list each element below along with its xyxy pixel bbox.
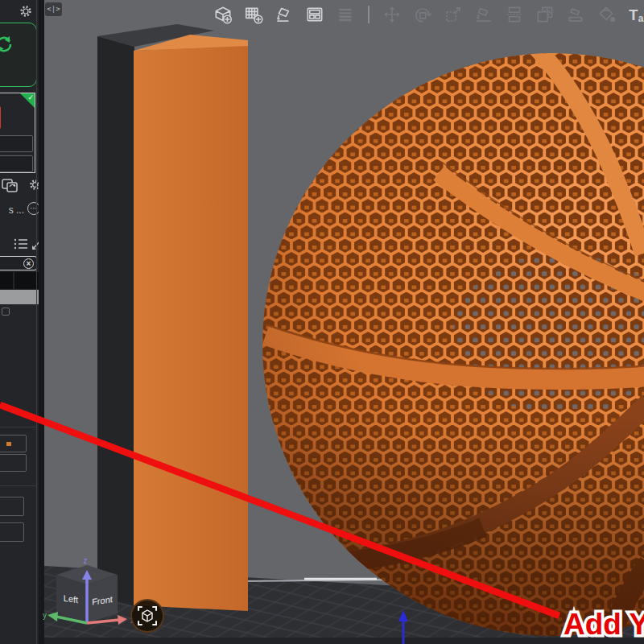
arrange-button[interactable] xyxy=(304,4,325,25)
clone-icon xyxy=(535,4,555,25)
add-object-icon xyxy=(213,4,233,25)
color-paint-button[interactable] xyxy=(596,4,617,25)
cut-icon xyxy=(504,4,525,25)
preset-field-2[interactable]: dard xyxy=(0,155,33,172)
sidebar-border xyxy=(36,0,37,644)
flatten-button[interactable] xyxy=(473,4,494,25)
setting-field[interactable] xyxy=(0,454,27,472)
sync-info-panel[interactable]: nc info xyxy=(0,23,37,87)
list-icon[interactable] xyxy=(14,237,28,250)
support-paint-button[interactable] xyxy=(565,4,586,25)
preset-selected-badge: ✓ xyxy=(20,93,35,108)
support-paint-icon xyxy=(565,4,586,25)
preset-panel[interactable]: ✓ dard xyxy=(0,93,35,173)
viewport-toolbar: T a xyxy=(213,4,644,25)
scale-button[interactable] xyxy=(443,4,464,25)
printer-thumbnail-fragment xyxy=(0,106,1,129)
cut-button[interactable] xyxy=(504,4,525,25)
auto-orient-icon xyxy=(274,4,295,25)
table-header-cell[interactable] xyxy=(0,272,13,289)
app-window: nc info ✓ dard s ... xyxy=(0,0,644,644)
svg-text:T: T xyxy=(629,6,638,23)
preset-field-1[interactable] xyxy=(0,135,33,152)
add-plate-button[interactable] xyxy=(243,4,264,25)
move-icon xyxy=(382,4,402,25)
setting-field[interactable] xyxy=(0,497,24,516)
cube-in-brackets-icon xyxy=(132,601,163,631)
x-axis-arrowhead xyxy=(118,615,127,625)
orange-column[interactable] xyxy=(134,35,248,611)
search-input[interactable]: × xyxy=(0,256,37,270)
divider xyxy=(0,485,37,486)
toolbar-separator xyxy=(368,6,369,23)
add-object-button[interactable] xyxy=(213,4,233,25)
setting-field[interactable] xyxy=(0,435,27,452)
sync-arrows-icon xyxy=(0,31,17,57)
search-clear-icon[interactable]: × xyxy=(23,258,34,269)
sidebar-collapse-button[interactable]: <|> xyxy=(45,2,62,16)
objects-tab-label[interactable]: s ... xyxy=(9,204,24,216)
arrange-icon xyxy=(304,4,325,25)
sidebar-resize-strip[interactable] xyxy=(39,0,44,644)
rotate-icon xyxy=(412,4,433,25)
setting-field[interactable] xyxy=(0,522,24,542)
y-axis-label: y xyxy=(43,611,47,620)
text-tool-icon: T a xyxy=(626,4,644,25)
move-button[interactable] xyxy=(382,4,402,25)
text-tool-button[interactable]: T a xyxy=(626,4,644,25)
clone-button[interactable] xyxy=(535,4,555,25)
z-axis-label: z xyxy=(84,556,88,565)
add-plate-icon xyxy=(243,4,264,25)
scale-icon xyxy=(443,4,464,25)
viewport-3d-scene[interactable] xyxy=(0,0,644,644)
fit-view-button[interactable] xyxy=(130,599,164,633)
table-header-cell[interactable] xyxy=(14,272,39,289)
setting-color-swatch xyxy=(6,442,11,446)
object-item-checkbox[interactable] xyxy=(2,308,10,316)
color-paint-icon xyxy=(596,4,617,25)
flatten-icon xyxy=(473,4,494,25)
y-axis-arrowhead xyxy=(47,612,58,621)
left-sidebar: nc info ✓ dard s ... xyxy=(0,0,44,644)
table-selected-row[interactable] xyxy=(0,290,39,304)
svg-text:a: a xyxy=(638,13,644,24)
layer-list-icon xyxy=(335,4,356,25)
sidebar-settings-gear-icon[interactable] xyxy=(19,4,33,19)
auto-orient-button[interactable] xyxy=(274,4,295,25)
navigation-cube[interactable]: Left Front z y x xyxy=(40,554,141,644)
divider xyxy=(0,427,37,427)
layer-list-button[interactable] xyxy=(335,4,356,25)
rotate-button[interactable] xyxy=(412,4,433,25)
filament-sync-icon[interactable] xyxy=(2,176,21,194)
